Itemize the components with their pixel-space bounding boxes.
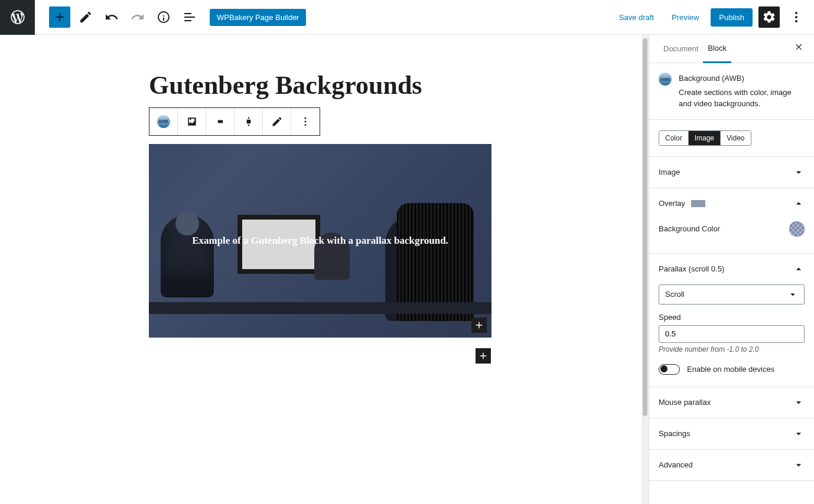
block-text[interactable]: Example of a Gutenberg Block with a para…	[192, 235, 448, 247]
chevron-down-icon	[793, 428, 805, 440]
overlay-color-swatch	[691, 200, 705, 207]
awb-icon: AWB	[157, 115, 170, 128]
chevron-up-icon	[793, 198, 805, 210]
panel-parallax-label: Parallax (scroll 0.5)	[659, 264, 724, 273]
redo-button[interactable]	[127, 6, 148, 28]
panel-overlay-header[interactable]: Overlay	[649, 188, 814, 219]
editor-topbar: WPBakery Page Builder Save draft Preview…	[0, 0, 814, 35]
scrollbar-thumb[interactable]	[643, 38, 647, 416]
svg-point-6	[305, 124, 307, 126]
block-type-button[interactable]: AWB	[149, 108, 178, 135]
settings-button[interactable]	[758, 6, 780, 28]
block-more-button[interactable]	[291, 108, 320, 135]
align-icon	[214, 116, 226, 127]
kebab-icon	[789, 10, 803, 24]
more-options-button[interactable]	[786, 6, 807, 28]
panel-image: Image	[649, 157, 814, 188]
chevron-down-icon	[793, 397, 805, 408]
tab-block[interactable]: Block	[703, 35, 731, 63]
list-view-icon	[183, 10, 197, 24]
block-inner-add-button[interactable]	[471, 318, 487, 333]
chevron-up-icon	[793, 263, 805, 275]
svg-rect-3	[217, 120, 222, 123]
panel-advanced-header[interactable]: Advanced	[649, 450, 814, 480]
block-toolbar: AWB	[149, 107, 320, 136]
background-type-segments: Color Image Video	[649, 120, 814, 157]
panel-spacings: Spacings	[649, 418, 814, 450]
speed-help-text: Provide number from -1.0 to 2.0	[659, 345, 805, 354]
save-draft-button[interactable]: Save draft	[613, 9, 660, 25]
block-info-title: Background (AWB)	[679, 73, 805, 84]
panel-mouse-parallax-header[interactable]: Mouse parallax	[649, 387, 814, 418]
block-image-button[interactable]	[178, 108, 206, 135]
chevron-down-icon	[793, 459, 805, 471]
outline-button[interactable]	[179, 6, 200, 28]
speed-input[interactable]	[659, 325, 805, 343]
topbar-left-controls: WPBakery Page Builder	[35, 6, 306, 28]
svg-point-2	[795, 20, 797, 22]
topbar-right-controls: Save draft Preview Publish	[613, 6, 814, 28]
bg-color-swatch[interactable]	[789, 221, 805, 237]
close-sidebar-button[interactable]	[794, 42, 805, 55]
editor-scrollbar[interactable]	[642, 35, 649, 504]
editor-content: Gutenberg Backgrounds AWB	[149, 35, 639, 387]
wordpress-logo[interactable]	[0, 0, 35, 35]
tab-document[interactable]: Document	[659, 35, 703, 63]
undo-icon	[105, 10, 119, 24]
edit-mode-button[interactable]	[75, 6, 96, 28]
page-title[interactable]: Gutenberg Backgrounds	[149, 70, 639, 102]
panel-image-header[interactable]: Image	[649, 157, 814, 188]
info-button[interactable]	[153, 6, 174, 28]
publish-button[interactable]: Publish	[711, 8, 753, 27]
enable-mobile-toggle[interactable]	[659, 364, 680, 375]
image-icon	[186, 116, 198, 127]
segment-video[interactable]: Video	[721, 131, 750, 145]
background-block[interactable]: Example of a Gutenberg Block with a para…	[149, 144, 491, 338]
add-block-button[interactable]	[49, 6, 70, 28]
segment-color[interactable]: Color	[659, 131, 689, 145]
info-icon	[157, 10, 171, 24]
plus-icon	[478, 351, 489, 361]
close-icon	[794, 42, 805, 53]
block-fullwidth-button[interactable]	[235, 108, 263, 135]
background-color-row: Background Color	[659, 219, 805, 244]
settings-sidebar: Document Block AWB Background (AWB) Crea…	[649, 35, 814, 504]
segment-image[interactable]: Image	[689, 131, 721, 145]
wordpress-icon	[9, 9, 26, 25]
block-appender-button[interactable]	[476, 348, 491, 364]
svg-point-0	[795, 12, 797, 14]
svg-point-4	[305, 117, 307, 119]
select-value: Scroll	[665, 290, 685, 299]
main-layout: Gutenberg Backgrounds AWB	[0, 35, 814, 504]
pencil-icon	[79, 10, 93, 24]
pencil-icon	[271, 116, 283, 127]
panel-parallax: Parallax (scroll 0.5) Scroll Speed Provi…	[649, 254, 814, 387]
panel-parallax-header[interactable]: Parallax (scroll 0.5)	[649, 254, 814, 284]
sidebar-tabs: Document Block	[649, 35, 814, 63]
panel-overlay: Overlay Background Color	[649, 188, 814, 254]
kebab-icon	[299, 116, 311, 127]
undo-button[interactable]	[101, 6, 122, 28]
stretch-icon	[243, 116, 255, 127]
wpbakery-button[interactable]: WPBakery Page Builder	[210, 9, 306, 26]
panel-image-label: Image	[659, 168, 680, 176]
speed-label: Speed	[659, 313, 805, 322]
plus-icon	[474, 320, 484, 330]
plus-icon	[53, 10, 67, 24]
block-info: AWB Background (AWB) Create sections wit…	[649, 63, 814, 120]
editor-canvas: Gutenberg Backgrounds AWB	[0, 35, 642, 504]
panel-spacings-header[interactable]: Spacings	[649, 418, 814, 449]
enable-mobile-label: Enable on mobile devices	[687, 365, 774, 374]
chevron-down-icon	[787, 289, 798, 300]
panel-advanced: Advanced	[649, 450, 814, 481]
preview-button[interactable]: Preview	[666, 9, 705, 25]
block-edit-button[interactable]	[263, 108, 291, 135]
bg-color-label: Background Color	[659, 224, 720, 233]
block-align-button[interactable]	[206, 108, 235, 135]
parallax-type-select[interactable]: Scroll	[659, 284, 805, 305]
awb-icon: AWB	[659, 73, 672, 86]
redo-icon	[131, 10, 145, 24]
panel-advanced-label: Advanced	[659, 460, 693, 469]
panel-mouse-parallax: Mouse parallax	[649, 387, 814, 418]
block-info-desc: Create sections with color, image and vi…	[679, 87, 805, 110]
